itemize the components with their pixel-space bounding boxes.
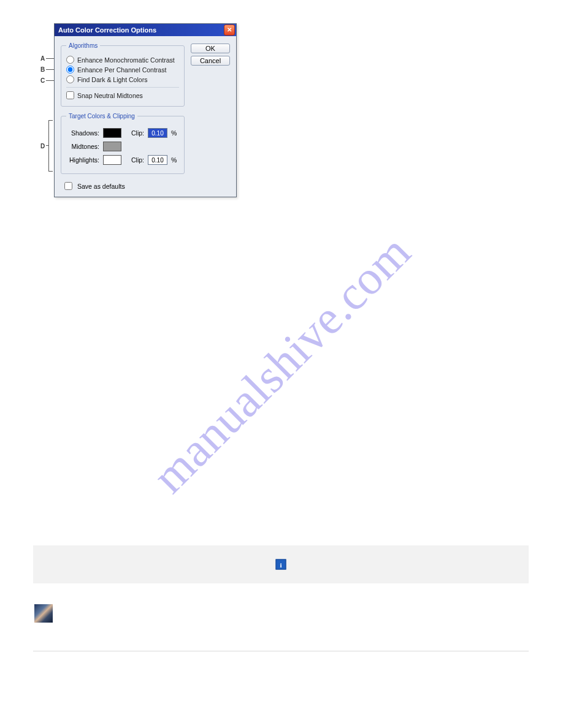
radio-darklight-input[interactable] [66, 75, 74, 83]
dialog-body: Algorithms Enhance Monochromatic Contras… [55, 36, 236, 197]
highlights-clip-input[interactable] [148, 155, 167, 165]
shadows-label: Shadows: [66, 129, 99, 137]
highlights-clip-label: Clip: [131, 156, 144, 164]
author-avatar [34, 604, 53, 623]
dialog-right-column: OK Cancel [191, 42, 230, 192]
midtones-row: Midtones: [66, 142, 179, 151]
save-defaults-input[interactable] [64, 182, 72, 190]
callout-D: D [40, 143, 45, 150]
cancel-button[interactable]: Cancel [191, 56, 230, 66]
callout-B: B [40, 66, 45, 73]
radio-perchannel-label: Enhance Per Channel Contrast [77, 66, 166, 74]
ok-button[interactable]: OK [191, 44, 230, 53]
radio-darklight-label: Find Dark & Light Colors [77, 76, 147, 83]
radio-perchannel[interactable]: Enhance Per Channel Contrast [66, 66, 179, 74]
midtones-swatch[interactable] [103, 142, 121, 151]
snap-neutral-input[interactable] [66, 91, 74, 99]
info-box: i [33, 545, 529, 583]
shadows-swatch[interactable] [103, 128, 121, 138]
radio-monochromatic[interactable]: Enhance Monochromatic Contrast [66, 56, 179, 64]
dialog-title: Auto Color Correction Options [58, 26, 224, 34]
shadows-clip-input[interactable] [148, 128, 167, 138]
radio-monochromatic-label: Enhance Monochromatic Contrast [77, 56, 175, 64]
highlights-percent: % [171, 156, 177, 164]
radio-perchannel-input[interactable] [66, 66, 74, 74]
algorithms-group: Algorithms Enhance Monochromatic Contras… [61, 42, 185, 107]
target-colors-group: Target Colors & Clipping Shadows: Clip: … [61, 113, 185, 174]
snap-neutral-label: Snap Neutral Midtones [77, 92, 143, 99]
callout-line-D [46, 145, 48, 146]
dialog-container: Auto Color Correction Options ✕ Algorith… [54, 23, 236, 195]
snap-neutral-check[interactable]: Snap Neutral Midtones [66, 91, 179, 99]
highlights-swatch[interactable] [103, 155, 121, 165]
algorithm-separator [66, 87, 179, 88]
radio-monochromatic-input[interactable] [66, 56, 74, 64]
callout-C: C [40, 77, 45, 84]
save-defaults-check[interactable]: Save as defaults [61, 180, 185, 192]
info-icon: i [276, 559, 286, 570]
section-divider [33, 651, 529, 651]
shadows-percent: % [171, 129, 177, 137]
algorithms-legend: Algorithms [66, 42, 100, 49]
dialog-titlebar: Auto Color Correction Options ✕ [55, 24, 236, 36]
close-button[interactable]: ✕ [224, 25, 235, 36]
highlights-label: Highlights: [66, 156, 99, 164]
shadows-row: Shadows: Clip: % [66, 128, 179, 138]
auto-color-dialog: Auto Color Correction Options ✕ Algorith… [54, 23, 237, 197]
save-defaults-label: Save as defaults [77, 183, 125, 190]
highlights-row: Highlights: Clip: % [66, 155, 179, 165]
callout-bracket-D [48, 120, 53, 172]
midtones-label: Midtones: [66, 143, 99, 150]
watermark-text: manualshive.com [142, 224, 421, 504]
radio-darklight[interactable]: Find Dark & Light Colors [66, 75, 179, 83]
dialog-left-column: Algorithms Enhance Monochromatic Contras… [61, 42, 185, 192]
shadows-clip-label: Clip: [131, 129, 144, 137]
target-colors-legend: Target Colors & Clipping [66, 113, 137, 119]
callout-A: A [40, 55, 45, 62]
